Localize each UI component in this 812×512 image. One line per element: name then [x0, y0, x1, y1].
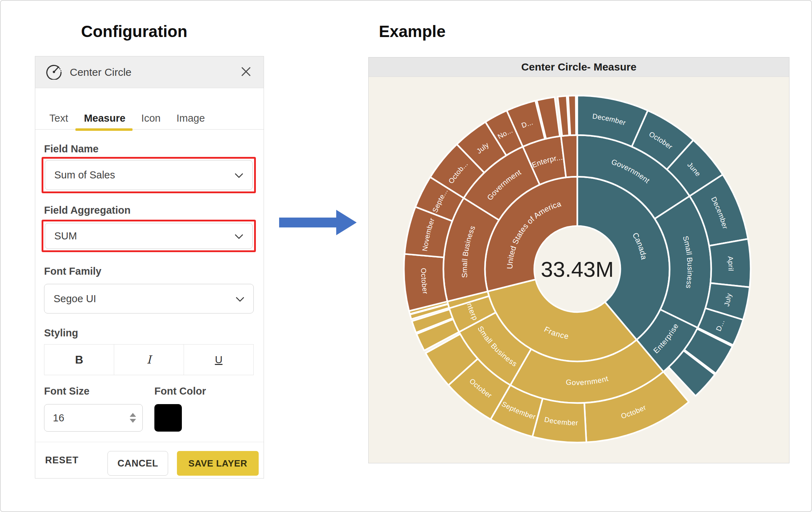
- sunburst-label: April: [727, 256, 735, 271]
- sunburst-segment-unlabeled[interactable]: [568, 96, 576, 135]
- up-down-arrows-icon[interactable]: [130, 413, 136, 423]
- styling-label: Styling: [44, 327, 78, 339]
- font-family-label: Font Family: [44, 266, 102, 277]
- center-circle-config-panel: Center Circle Text Measure Icon Image Fi…: [35, 56, 264, 479]
- chart-title: Center Circle- Measure: [521, 61, 636, 73]
- font-color-swatch[interactable]: [154, 404, 182, 432]
- font-family-select[interactable]: Segoe UI: [44, 284, 254, 313]
- tab-bar: Text Measure Icon Image: [35, 108, 264, 130]
- save-layer-button[interactable]: SAVE LAYER: [177, 451, 259, 476]
- field-aggregation-label: Field Aggregation: [44, 205, 130, 216]
- field-name-value: Sum of Sales: [54, 169, 115, 181]
- sunburst-chart: CanadaGovernmentDecemberOctoberJuneSmall…: [369, 77, 790, 464]
- chart-area: CanadaGovernmentDecemberOctoberJuneSmall…: [369, 77, 789, 463]
- font-color-label: Font Color: [154, 385, 206, 397]
- underline-button[interactable]: U: [184, 345, 253, 375]
- screen: Configuration Example Center Circle: [0, 0, 812, 512]
- close-button[interactable]: [239, 65, 253, 79]
- example-panel: Center Circle- Measure CanadaGovernmentD…: [368, 57, 789, 463]
- increment-arrow-icon: [130, 413, 136, 417]
- field-aggregation-select[interactable]: SUM: [45, 223, 253, 249]
- italic-button[interactable]: I: [114, 345, 184, 375]
- font-size-input[interactable]: [53, 412, 113, 424]
- cancel-button[interactable]: CANCEL: [107, 451, 168, 476]
- tab-icon[interactable]: Icon: [141, 112, 161, 124]
- field-name-label: Field Name: [44, 143, 99, 155]
- font-size-stepper[interactable]: [44, 404, 143, 432]
- tab-image[interactable]: Image: [177, 112, 205, 124]
- field-name-select[interactable]: Sum of Sales: [45, 160, 253, 190]
- chevron-down-icon: [236, 293, 244, 305]
- chevron-down-icon: [235, 169, 243, 181]
- example-titlebar: Center Circle- Measure: [369, 57, 789, 77]
- configuration-heading: Configuration: [81, 22, 187, 41]
- center-circle-gauge-icon: [46, 63, 62, 81]
- font-size-label: Font Size: [44, 385, 90, 397]
- tab-text[interactable]: Text: [49, 112, 68, 124]
- field-aggregation-value: SUM: [54, 230, 77, 242]
- field-aggregation-highlight-box: SUM: [42, 220, 256, 252]
- field-name-highlight-box: Sum of Sales: [42, 157, 256, 193]
- config-panel-header: Center Circle: [35, 56, 264, 88]
- bold-button[interactable]: B: [44, 345, 114, 375]
- reset-button[interactable]: RESET: [45, 442, 79, 478]
- styling-group: B I U: [44, 344, 254, 375]
- config-panel-footer: RESET CANCEL SAVE LAYER: [35, 442, 264, 478]
- panel-title: Center Circle: [70, 66, 239, 78]
- sunburst-center-value: 33.43M: [541, 257, 614, 281]
- close-icon: [241, 66, 251, 78]
- flow-arrow-icon: [276, 207, 360, 244]
- example-heading: Example: [379, 22, 445, 41]
- tab-measure[interactable]: Measure: [84, 112, 125, 124]
- font-family-value: Segoe UI: [54, 293, 96, 305]
- chevron-down-icon: [235, 230, 243, 242]
- decrement-arrow-icon: [130, 419, 136, 423]
